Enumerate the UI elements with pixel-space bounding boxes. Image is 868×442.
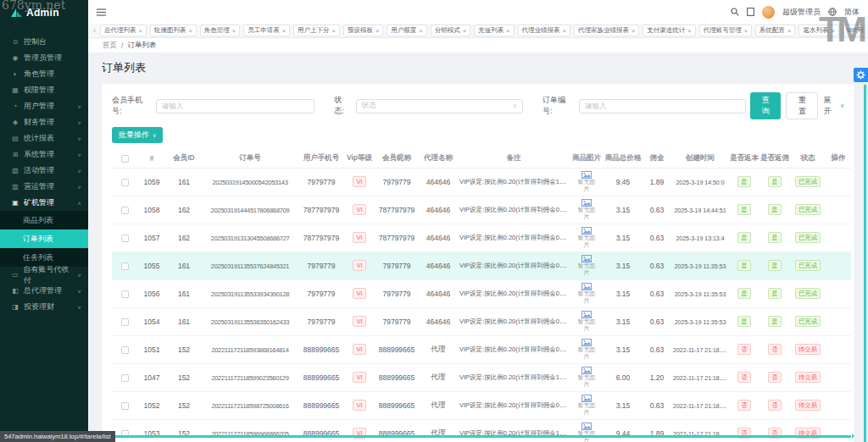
tab-轮播图列表[interactable]: 轮播图列表× <box>150 25 197 36</box>
user-phone: 888999665 <box>298 419 344 442</box>
row-checkbox[interactable] <box>121 290 129 298</box>
member-nickname: 787797979 <box>375 196 419 224</box>
tabs-scroll-left-icon[interactable]: ‹ <box>92 27 97 35</box>
admin-icon: ◉ <box>11 55 19 62</box>
batch-actions-button[interactable]: 批量操作 ∨ <box>112 127 163 143</box>
tab-代理账号管理[interactable]: 代理账号管理× <box>699 25 752 36</box>
sidebar-item-统计报表[interactable]: ▤统计报表∨ <box>0 130 88 146</box>
tab-总代理列表[interactable]: 总代理列表× <box>100 25 147 36</box>
tab-角色管理[interactable]: 角色管理× <box>200 25 240 36</box>
close-tab-icon[interactable]: × <box>188 27 192 35</box>
no-image-icon <box>581 395 592 402</box>
language-switcher[interactable]: 简体 <box>844 7 860 18</box>
expand-label: 展开 <box>823 95 837 117</box>
theme-settings-button[interactable] <box>854 68 868 82</box>
sidebar-menu: ⊙控制台◉管理员管理◐角色管理▦权限管理◔用户管理∨◈财务管理∨▤统计报表∨⊞系… <box>0 25 88 315</box>
tab-返水列表[interactable]: 返水列表× <box>798 25 838 36</box>
order-no-input[interactable] <box>579 99 746 113</box>
close-tab-icon[interactable]: × <box>332 27 336 35</box>
tab-支付渠道统计[interactable]: 支付渠道统计× <box>643 25 695 36</box>
tab-用户额度[interactable]: 用户额度× <box>387 25 426 36</box>
tab-代理家族业绩报表[interactable]: 代理家族业绩报表× <box>574 25 639 36</box>
tab-员工申请表[interactable]: 员工申请表× <box>243 25 290 36</box>
horizontal-scrollbar[interactable] <box>103 435 851 438</box>
search-icon[interactable] <box>731 8 739 16</box>
fullscreen-icon[interactable] <box>747 8 754 16</box>
page-title: 订单列表 <box>102 60 854 75</box>
sidebar-item-投资理财[interactable]: ◨投资理财∨ <box>0 299 88 315</box>
return-commission-badge: 是 <box>768 204 782 215</box>
row-checkbox[interactable] <box>121 346 129 354</box>
close-tab-icon[interactable]: × <box>419 27 422 35</box>
return-commission-badge: 否 <box>768 372 782 383</box>
close-tab-icon[interactable]: × <box>282 27 286 35</box>
tab-用户上下分[interactable]: 用户上下分× <box>293 25 340 36</box>
vertical-scrollbar[interactable] <box>864 85 866 442</box>
return-capital-badge: 否 <box>737 372 751 383</box>
sidebar-item-矿机管理[interactable]: ▣矿机管理∧ <box>0 195 88 211</box>
member-phone-input[interactable] <box>156 99 315 113</box>
sidebar-item-权限管理[interactable]: ▦权限管理 <box>0 82 88 98</box>
agent-name: 464646 <box>419 279 458 307</box>
sidebar-item-活动管理[interactable]: ▧活动管理∨ <box>0 163 88 179</box>
commission: 0.63 <box>643 251 671 279</box>
expand-filters-link[interactable]: 展开 ∨ <box>823 95 844 117</box>
select-all-checkbox[interactable] <box>121 155 129 163</box>
sidebar-item-商品列表[interactable]: 商品列表 <box>0 211 88 229</box>
sidebar-item-管理员管理[interactable]: ◉管理员管理 <box>0 50 88 66</box>
close-tab-icon[interactable]: × <box>232 27 236 35</box>
operation-icon: ▥ <box>11 184 19 191</box>
close-tab-icon[interactable]: × <box>787 27 791 35</box>
reset-button[interactable]: 重 置 <box>786 92 818 119</box>
close-tab-icon[interactable]: × <box>376 27 379 35</box>
close-tab-icon[interactable]: × <box>687 27 691 35</box>
search-button[interactable]: 查 询 <box>750 92 781 119</box>
row-checkbox[interactable] <box>121 235 129 242</box>
close-tab-icon[interactable]: × <box>506 27 509 35</box>
row-checkbox[interactable] <box>121 179 129 186</box>
sidebar-item-控制台[interactable]: ⊙控制台 <box>0 34 88 50</box>
return-commission-badge: 是 <box>768 260 782 271</box>
breadcrumb-home[interactable]: 首页 <box>103 41 117 51</box>
row-checkbox[interactable] <box>121 318 129 326</box>
close-tab-icon[interactable]: × <box>831 27 834 35</box>
sidebar-item-订单列表[interactable]: 订单列表 <box>0 229 88 248</box>
admin-name[interactable]: 超级管理员 <box>782 7 821 18</box>
close-tab-icon[interactable]: × <box>744 27 748 35</box>
tab-预设模板[interactable]: 预设模板× <box>343 25 383 36</box>
sidebar-item-系统管理[interactable]: ⊞系统管理∨ <box>0 146 88 163</box>
sidebar-item-总代理管理[interactable]: ◧总代理管理∨ <box>0 283 88 299</box>
tab-label: 代理家族业绩报表 <box>578 26 629 35</box>
sidebar-item-自有账号代收付[interactable]: ▭自有账号代收付∨ <box>0 267 88 283</box>
tab-充值列表[interactable]: 充值列表× <box>474 25 514 36</box>
tab-系统配置[interactable]: 系统配置× <box>755 25 795 36</box>
tab-VIP列表[interactable]: VIP列表× <box>843 25 864 36</box>
tabs-bar: ‹ 总代理列表×轮播图列表×角色管理×员工申请表×用户上下分×预设模板×用户额度… <box>88 24 868 38</box>
agent-name: 464646 <box>419 307 458 335</box>
close-tab-icon[interactable]: × <box>632 27 635 35</box>
agent-icon: ◧ <box>11 288 19 295</box>
gear-icon <box>856 70 865 80</box>
collapse-sidebar-icon[interactable] <box>97 8 106 16</box>
sidebar-item-角色管理[interactable]: ◐角色管理 <box>0 66 88 82</box>
close-tab-icon[interactable]: × <box>563 27 566 35</box>
member-id: 161 <box>166 307 202 335</box>
total-price: 9.44 <box>604 419 643 442</box>
chevron-down-icon: ∨ <box>78 304 81 310</box>
avatar[interactable] <box>762 6 775 19</box>
tab-代理业绩报表[interactable]: 代理业绩报表× <box>518 25 570 36</box>
row-checkbox[interactable] <box>121 207 129 214</box>
status-select[interactable]: 状态 ∨ <box>356 99 523 113</box>
sidebar-item-财务管理[interactable]: ◈财务管理∨ <box>0 114 88 130</box>
row-checkbox[interactable] <box>121 402 129 410</box>
row-checkbox[interactable] <box>121 374 129 382</box>
tab-分销模式[interactable]: 分销模式× <box>431 25 470 36</box>
sidebar-item-营运管理[interactable]: ▥营运管理∨ <box>0 179 88 195</box>
close-tab-icon[interactable]: × <box>139 27 142 35</box>
close-tab-icon[interactable]: × <box>463 27 466 35</box>
order-row: 1059161202503191450005420531437979779VI7… <box>112 168 851 196</box>
row-checkbox[interactable] <box>121 262 129 270</box>
sidebar-item-用户管理[interactable]: ◔用户管理∨ <box>0 98 88 114</box>
agent-name: 代理 <box>419 335 458 363</box>
globe-icon[interactable] <box>828 8 837 16</box>
